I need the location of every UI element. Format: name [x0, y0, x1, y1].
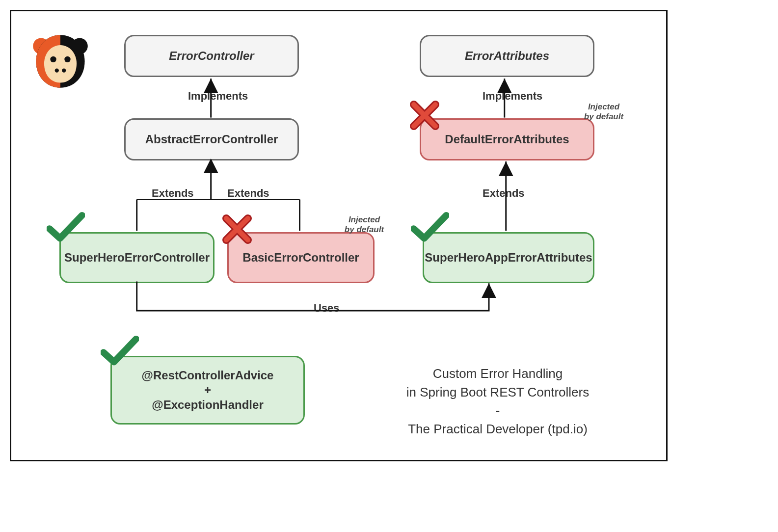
- edge-label-implements: Implements: [188, 90, 248, 103]
- node-error-attributes: ErrorAttributes: [420, 35, 594, 77]
- node-advice: @RestControllerAdvice + @ExceptionHandle…: [110, 356, 305, 425]
- edge-label-uses: Uses: [314, 302, 340, 315]
- check-icon: [47, 212, 85, 242]
- node-label: ErrorAttributes: [465, 49, 549, 63]
- cloud-annotation: Injected by default: [572, 91, 636, 133]
- cloud-line1: Injected: [349, 215, 380, 225]
- caption-block: Custom Error Handling in Spring Boot RES…: [387, 365, 608, 439]
- edge-label-extends: Extends: [152, 187, 194, 200]
- cloud-line2: by default: [345, 225, 384, 235]
- edge-label-extends: Extends: [227, 187, 269, 200]
- node-label: SuperHeroAppErrorAttributes: [425, 250, 592, 265]
- edge-label-implements: Implements: [483, 90, 542, 103]
- node-label: ErrorController: [169, 49, 254, 63]
- caption-line: -: [387, 401, 608, 420]
- node-default-error-attributes: DefaultErrorAttributes: [420, 118, 594, 160]
- cloud-line2: by default: [584, 112, 623, 122]
- advice-line2: @ExceptionHandler: [152, 398, 263, 412]
- node-label: SuperHeroErrorController: [64, 250, 210, 265]
- check-icon: [411, 212, 449, 242]
- advice-line1: @RestControllerAdvice: [142, 368, 274, 383]
- caption-line: in Spring Boot REST Controllers: [387, 383, 608, 402]
- node-abstract-error-controller: AbstractErrorController: [124, 118, 299, 160]
- cloud-annotation: Injected by default: [332, 204, 396, 246]
- advice-plus: +: [204, 383, 211, 398]
- check-icon: [101, 335, 139, 366]
- node-label: DefaultErrorAttributes: [445, 132, 569, 147]
- node-label: BasicErrorController: [242, 250, 359, 265]
- node-label: AbstractErrorController: [145, 132, 278, 147]
- caption-line: Custom Error Handling: [387, 365, 608, 383]
- cloud-line1: Injected: [588, 102, 619, 112]
- svg-point-5: [62, 68, 66, 72]
- monkey-logo: [30, 31, 91, 92]
- svg-point-4: [55, 68, 59, 72]
- svg-point-3: [64, 56, 70, 62]
- caption-line: The Practical Developer (tpd.io): [387, 420, 608, 439]
- svg-point-2: [50, 56, 56, 62]
- edge-label-extends: Extends: [483, 187, 525, 200]
- diagram-frame: ErrorController ErrorAttributes Abstract…: [10, 10, 668, 461]
- node-error-controller: ErrorController: [124, 35, 299, 77]
- cross-icon: [410, 101, 439, 130]
- cross-icon: [222, 214, 252, 244]
